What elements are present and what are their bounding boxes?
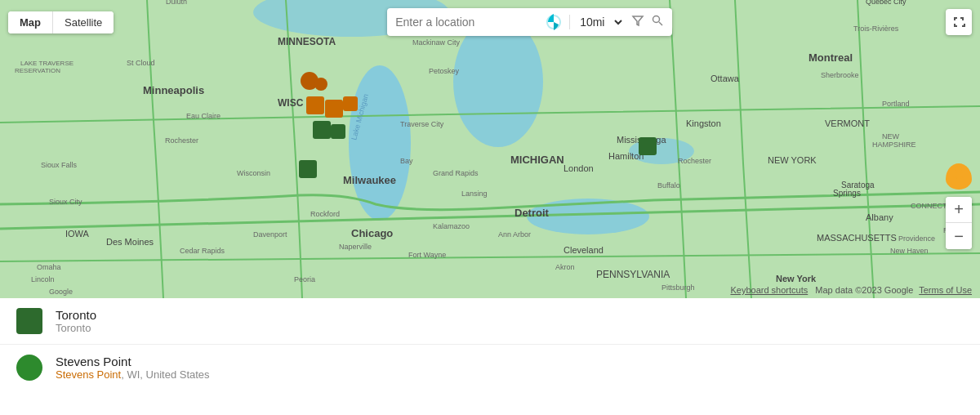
svg-text:New York: New York <box>776 274 817 283</box>
svg-text:Cleveland: Cleveland <box>564 245 604 255</box>
zoom-in-button[interactable]: + <box>946 197 972 223</box>
street-view-pegman[interactable] <box>946 163 972 190</box>
svg-text:Providence: Providence <box>898 234 935 243</box>
svg-text:Buffalo: Buffalo <box>657 181 680 190</box>
svg-text:Grand Rapids: Grand Rapids <box>433 169 479 177</box>
brand-logo-icon <box>545 13 563 31</box>
satellite-tab[interactable]: Satellite <box>53 11 114 33</box>
svg-text:Fort Wayne: Fort Wayne <box>408 251 446 259</box>
svg-text:MASSACHUSETTS: MASSACHUSETTS <box>817 233 897 243</box>
svg-text:Google: Google <box>49 288 73 296</box>
svg-text:Sioux City: Sioux City <box>49 198 82 206</box>
filter-icon[interactable] <box>631 14 644 30</box>
svg-text:RESERVATION: RESERVATION <box>15 67 60 74</box>
subtitle-rest: , WI, United States <box>121 368 209 381</box>
map-tab[interactable]: Map <box>8 11 53 33</box>
location-search-input[interactable] <box>395 16 538 29</box>
result-item-stevens-point[interactable]: Stevens Point Stevens Point, WI, United … <box>0 345 980 390</box>
svg-text:Milwaukee: Milwaukee <box>343 174 396 186</box>
marker-square-3[interactable] <box>299 160 317 178</box>
result-text-stevens-point: Stevens Point Stevens Point, WI, United … <box>56 355 210 381</box>
svg-text:Kingston: Kingston <box>686 118 721 128</box>
svg-point-74 <box>653 16 660 23</box>
marker-toronto[interactable] <box>639 137 657 155</box>
marker-square-1[interactable] <box>313 121 331 139</box>
zoom-out-button[interactable]: − <box>946 223 972 249</box>
svg-line-75 <box>659 22 662 25</box>
svg-text:Lincoln: Lincoln <box>31 275 55 283</box>
search-bar: 10mi 5mi 25mi 50mi 100mi <box>387 8 672 36</box>
map-data-text: Map data ©2023 Google <box>815 285 913 295</box>
svg-text:Minneapolis: Minneapolis <box>143 84 204 96</box>
svg-text:IOWA: IOWA <box>65 229 90 239</box>
map-type-buttons: Map Satellite <box>8 11 114 33</box>
result-text-toronto: Toronto Toronto <box>56 308 96 334</box>
marker-orange-sq-1[interactable] <box>306 96 324 114</box>
svg-text:Quebec City: Quebec City <box>866 0 906 6</box>
svg-point-2 <box>453 16 543 147</box>
svg-text:Pittsburgh: Pittsburgh <box>662 283 695 292</box>
map-area: Minneapolis Milwaukee Chicago Detroit Cl… <box>0 0 980 298</box>
svg-text:Rochester: Rochester <box>165 136 198 145</box>
svg-text:NEW: NEW <box>882 132 900 141</box>
svg-text:Peoria: Peoria <box>294 275 315 283</box>
app-container: Minneapolis Milwaukee Chicago Detroit Cl… <box>0 0 980 415</box>
svg-text:Sherbrooke: Sherbrooke <box>821 71 859 79</box>
svg-text:Albany: Albany <box>866 212 893 222</box>
result-icon-stevens-point <box>16 355 42 381</box>
svg-text:Lansing: Lansing <box>461 190 488 198</box>
svg-text:New Haven: New Haven <box>890 247 929 255</box>
distance-select[interactable]: 10mi 5mi 25mi 50mi 100mi <box>577 15 625 29</box>
svg-point-1 <box>349 65 411 221</box>
terms-link[interactable]: Terms of Use <box>919 285 972 295</box>
result-icon-toronto <box>16 308 42 334</box>
svg-text:Davenport: Davenport <box>253 230 287 239</box>
svg-text:Sioux Falls: Sioux Falls <box>41 161 78 169</box>
result-item-toronto[interactable]: Toronto Toronto <box>0 298 980 345</box>
svg-text:Ann Arbor: Ann Arbor <box>498 230 531 239</box>
svg-text:Rochester: Rochester <box>678 157 711 165</box>
zoom-controls: + − <box>946 197 972 249</box>
svg-text:Kalamazoo: Kalamazoo <box>433 222 470 230</box>
result-subtitle-stevens-point: Stevens Point, WI, United States <box>56 368 210 381</box>
marker-square-2[interactable] <box>331 124 345 139</box>
svg-text:MICHIGAN: MICHIGAN <box>510 154 564 166</box>
keyboard-shortcuts-link[interactable]: Keyboard shortcuts <box>730 285 808 295</box>
svg-text:NEW YORK: NEW YORK <box>768 155 817 165</box>
svg-text:Naperville: Naperville <box>339 243 372 251</box>
svg-text:Des Moines: Des Moines <box>106 237 154 247</box>
svg-text:PENNSYLVANIA: PENNSYLVANIA <box>596 269 670 280</box>
svg-text:HAMPSHIRE: HAMPSHIRE <box>872 141 916 149</box>
map-top-controls: Map Satellite 10mi 5mi 25mi 50mi <box>0 8 980 36</box>
svg-text:Cedar Rapids: Cedar Rapids <box>180 247 225 255</box>
result-title-toronto: Toronto <box>56 308 96 322</box>
svg-text:Ottawa: Ottawa <box>710 74 740 83</box>
svg-text:Eau Claire: Eau Claire <box>186 112 220 120</box>
svg-text:Petoskey: Petoskey <box>429 67 460 75</box>
svg-text:Duluth: Duluth <box>166 0 187 6</box>
fullscreen-icon <box>952 16 965 29</box>
svg-text:Chicago: Chicago <box>351 227 393 239</box>
svg-text:Traverse City: Traverse City <box>400 120 444 128</box>
svg-text:Springs: Springs <box>833 189 861 198</box>
svg-text:VERMONT: VERMONT <box>825 118 870 128</box>
svg-text:Montreal: Montreal <box>808 51 853 64</box>
fullscreen-button[interactable] <box>946 9 972 35</box>
svg-text:Akron: Akron <box>555 263 575 271</box>
svg-text:Rockford: Rockford <box>310 210 340 218</box>
svg-text:Portland: Portland <box>882 100 910 108</box>
marker-orange-sq-2[interactable] <box>325 100 343 118</box>
svg-text:London: London <box>564 163 594 173</box>
marker-circle-2[interactable] <box>314 78 327 91</box>
result-subtitle-toronto: Toronto <box>56 322 96 334</box>
svg-text:Mackinaw City: Mackinaw City <box>412 38 461 47</box>
marker-orange-sq-3[interactable] <box>343 96 358 111</box>
svg-point-76 <box>956 166 962 172</box>
svg-text:Bay: Bay <box>400 157 413 165</box>
search-icon[interactable] <box>651 14 664 30</box>
result-title-stevens-point: Stevens Point <box>56 355 210 368</box>
results-list: Toronto Toronto Stevens Point Stevens Po… <box>0 298 980 415</box>
map-attribution: Keyboard shortcuts Map data ©2023 Google… <box>730 285 972 295</box>
svg-text:Wisconsin: Wisconsin <box>237 169 270 177</box>
map-right-controls <box>946 9 972 35</box>
